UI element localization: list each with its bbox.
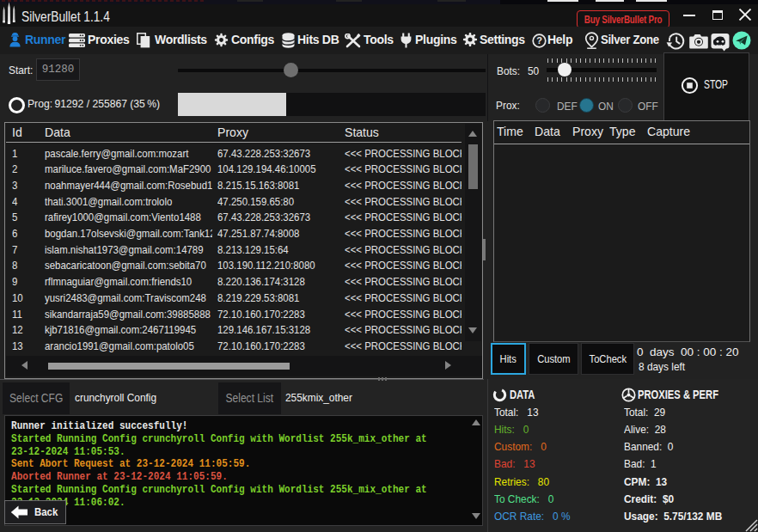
- svg-text:?: ?: [536, 35, 542, 46]
